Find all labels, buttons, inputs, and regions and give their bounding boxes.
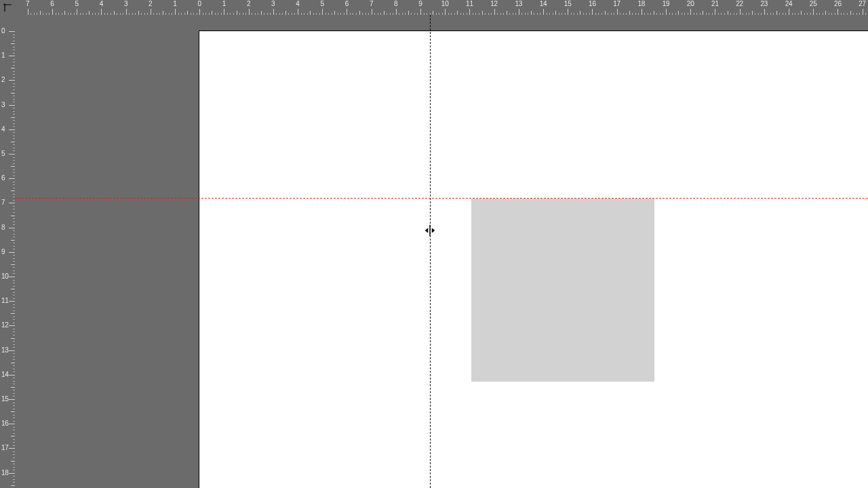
ruler-h-label: 2 <box>247 1 250 7</box>
ruler-h-label: 8 <box>394 1 397 7</box>
ruler-h-label: 18 <box>637 1 645 7</box>
ruler-h-label: 10 <box>441 1 449 7</box>
ruler-h-label: 3 <box>271 1 275 7</box>
ruler-v-label: 10 <box>1 273 8 280</box>
ruler-h-label: 13 <box>515 1 522 7</box>
ruler-h-label: 25 <box>810 1 817 7</box>
ruler-h-label: 6 <box>345 1 349 7</box>
horizontal-guide-selected[interactable] <box>15 198 868 199</box>
ruler-h-label: 1 <box>173 1 176 7</box>
ruler-h-label: 5 <box>321 1 324 7</box>
ruler-h-label: 5 <box>75 1 79 7</box>
ruler-v-label: 0 <box>1 28 5 35</box>
ruler-v-label: 7 <box>1 199 5 206</box>
ruler-v-label: 15 <box>1 396 8 403</box>
ruler-h-label: 23 <box>760 1 768 7</box>
ruler-h-label: 14 <box>540 1 547 7</box>
ruler-origin-corner[interactable] <box>0 0 15 15</box>
ruler-v-label: 11 <box>1 298 8 304</box>
ruler-h-label: 19 <box>663 1 670 7</box>
ruler-v-label: 2 <box>1 77 5 83</box>
ruler-h-label: 9 <box>418 1 422 7</box>
ruler-h-label: 4 <box>100 1 103 7</box>
horizontal-ruler[interactable]: 7654321012345678910111213141516171819202… <box>15 0 868 15</box>
ruler-h-label: 21 <box>711 1 719 7</box>
canvas-viewport[interactable] <box>15 15 868 488</box>
ruler-v-label: 12 <box>1 322 8 329</box>
ruler-h-label: 16 <box>589 1 596 7</box>
ruler-h-label: 22 <box>736 1 743 7</box>
ruler-h-label: 2 <box>149 1 152 7</box>
ruler-v-label: 16 <box>1 420 8 427</box>
vertical-ruler[interactable]: 0123456789101112131415161718 <box>0 15 15 488</box>
ruler-v-label: 6 <box>1 175 5 182</box>
ruler-h-label: 3 <box>124 1 127 7</box>
vertical-guide[interactable] <box>430 15 431 488</box>
ruler-v-label: 13 <box>1 347 8 354</box>
ruler-v-label: 3 <box>1 102 5 108</box>
ruler-v-label: 14 <box>1 371 8 378</box>
ruler-h-label: 1 <box>222 1 226 7</box>
ruler-h-label: 20 <box>687 1 694 7</box>
ruler-h-label: 4 <box>296 1 299 7</box>
ruler-v-label: 8 <box>1 224 5 231</box>
ruler-h-label: 11 <box>466 1 473 7</box>
ruler-v-label: 5 <box>1 150 5 157</box>
ruler-h-label: 15 <box>564 1 572 7</box>
ruler-h-label: 7 <box>370 1 373 7</box>
ruler-v-label: 9 <box>1 249 5 256</box>
ruler-h-label: 7 <box>26 1 29 7</box>
ruler-h-label: 0 <box>198 1 201 7</box>
ruler-v-label: 4 <box>1 126 5 133</box>
ruler-h-label: 24 <box>785 1 793 7</box>
ruler-h-label: 17 <box>613 1 620 7</box>
ruler-v-label: 1 <box>1 52 5 59</box>
ruler-h-label: 26 <box>834 1 842 7</box>
rectangle-shape[interactable] <box>471 199 654 382</box>
ruler-h-label: 27 <box>859 1 866 7</box>
ruler-v-label: 17 <box>1 445 8 451</box>
ruler-v-label: 18 <box>1 470 8 476</box>
ruler-h-label: 6 <box>50 1 54 7</box>
ruler-h-label: 12 <box>490 1 498 7</box>
